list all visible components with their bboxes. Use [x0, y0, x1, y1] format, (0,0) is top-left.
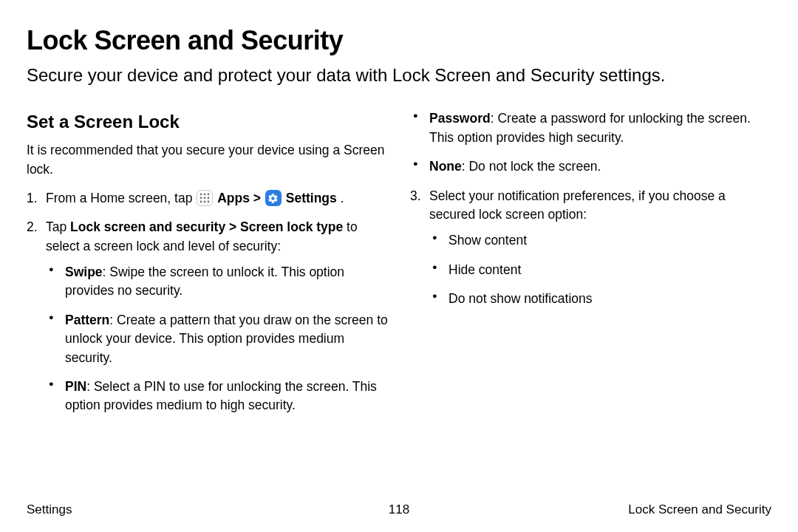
step-2-bold: Lock screen and security > Screen lock t…: [70, 219, 343, 234]
section-lead: It is recommended that you secure your d…: [27, 141, 388, 179]
svg-point-1: [204, 194, 206, 196]
svg-point-2: [208, 194, 210, 196]
notif-hide: Hide content: [429, 261, 771, 279]
option-pattern-label: Pattern: [65, 313, 109, 327]
notif-none: Do not show notifications: [429, 290, 771, 308]
svg-point-7: [204, 201, 206, 203]
option-password-label: Password: [429, 111, 491, 126]
option-password: Password: Create a password for unlockin…: [410, 109, 771, 147]
step-1-post: .: [341, 191, 344, 205]
option-pattern: Pattern: Create a pattern that you draw …: [46, 311, 388, 367]
apps-icon: [197, 190, 213, 206]
option-pin-text: : Select a PIN to use for unlocking the …: [65, 379, 377, 412]
option-none: None: Do not lock the screen.: [410, 157, 771, 176]
steps-list: From a Home screen, tap Apps > Settings …: [27, 189, 388, 415]
right-column: Password: Create a password for unlockin…: [410, 109, 771, 425]
svg-point-4: [204, 197, 206, 200]
step-1: From a Home screen, tap Apps > Settings …: [27, 189, 388, 208]
page-title: Lock Screen and Security: [27, 25, 771, 56]
page-footer: Settings 118 Lock Screen and Security: [27, 502, 771, 517]
option-none-text: : Do not lock the screen.: [462, 159, 601, 174]
step-1-pre: From a Home screen, tap: [46, 191, 196, 205]
page-intro: Secure your device and protect your data…: [27, 64, 771, 87]
svg-point-3: [200, 197, 202, 200]
option-pin-label: PIN: [65, 379, 86, 394]
section-heading: Set a Screen Lock: [27, 109, 388, 135]
svg-point-6: [200, 201, 202, 203]
option-pin: PIN: Select a PIN to use for unlocking t…: [46, 378, 388, 415]
apps-label: Apps: [217, 191, 250, 205]
option-swipe: Swipe: Swipe the screen to unlock it. Th…: [46, 263, 388, 301]
footer-page-number: 118: [389, 502, 409, 517]
step-1-sep: >: [253, 191, 265, 205]
svg-point-5: [208, 197, 210, 200]
footer-left: Settings: [27, 502, 72, 517]
footer-right: Lock Screen and Security: [628, 502, 771, 517]
step-2: Tap Lock screen and security > Screen lo…: [27, 218, 388, 415]
settings-label: Settings: [286, 191, 337, 205]
left-column: Set a Screen Lock It is recommended that…: [27, 109, 388, 425]
step-3: Select your notification preferences, if…: [410, 187, 771, 309]
settings-icon: [265, 190, 282, 206]
option-swipe-label: Swipe: [65, 265, 103, 279]
svg-point-0: [200, 194, 202, 196]
steps-list-continued: Select your notification preferences, if…: [410, 187, 771, 309]
step-2-pre: Tap: [46, 219, 70, 234]
lock-options-left: Swipe: Swipe the screen to unlock it. Th…: [46, 263, 388, 415]
lock-options-right: Password: Create a password for unlockin…: [410, 109, 771, 176]
notif-show: Show content: [429, 231, 771, 250]
svg-point-8: [208, 201, 210, 203]
step-3-text: Select your notification preferences, if…: [429, 188, 726, 222]
option-pattern-text: : Create a pattern that you draw on the …: [65, 313, 388, 365]
option-swipe-text: : Swipe the screen to unlock it. This op…: [65, 265, 344, 298]
notification-options: Show content Hide content Do not show no…: [429, 231, 771, 308]
content-columns: Set a Screen Lock It is recommended that…: [27, 109, 771, 425]
option-none-label: None: [429, 159, 462, 174]
